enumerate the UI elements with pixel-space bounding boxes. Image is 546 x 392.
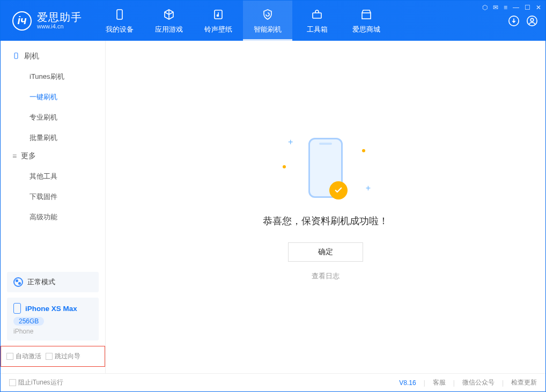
main-panel: + + 恭喜您，保资料刷机成功啦！ 确定 查看日志 (106, 41, 545, 373)
version-label: V8.16 (399, 379, 416, 387)
toolbox-icon (310, 8, 324, 21)
success-message: 恭喜您，保资料刷机成功啦！ (263, 215, 388, 227)
sidebar-section-more: ≡ 更多 (1, 148, 105, 166)
ok-button[interactable]: 确定 (288, 242, 363, 262)
checkbox-skip-wizard[interactable]: 跳过向导 (46, 352, 80, 361)
checkbox-block-itunes[interactable]: 阻止iTunes运行 (9, 378, 63, 387)
window-controls: ⬡ ✉ ≡ — ☐ ✕ (482, 4, 541, 11)
list-icon: ≡ (12, 152, 17, 160)
device-small-icon (12, 52, 20, 61)
tab-my-device[interactable]: 我的设备 (95, 1, 144, 41)
wechat-link[interactable]: 微信公众号 (462, 378, 495, 387)
device-capacity-badge: 256GB (13, 317, 44, 326)
logo-icon: iч (12, 11, 32, 31)
tab-ringtones-wallpapers[interactable]: 铃声壁纸 (194, 1, 243, 41)
cube-icon (162, 8, 176, 21)
view-log-link[interactable]: 查看日志 (312, 271, 340, 281)
device-name: iPhone XS Max (25, 305, 77, 313)
feedback-icon[interactable]: ✉ (493, 4, 498, 11)
sidebar-item-other-tools[interactable]: 其他工具 (1, 166, 105, 187)
close-button[interactable]: ✕ (536, 4, 541, 11)
sidebar-section-flash: 刷机 (1, 48, 105, 66)
tab-store[interactable]: 爱思商城 (342, 1, 391, 41)
maximize-button[interactable]: ☐ (525, 4, 530, 11)
logo: iч 爱思助手 www.i4.cn (1, 1, 92, 41)
tab-smart-flash[interactable]: 智能刷机 (243, 1, 292, 41)
sidebar-item-pro-flash[interactable]: 专业刷机 (1, 107, 105, 128)
header: iч 爱思助手 www.i4.cn 我的设备 应用游戏 铃声壁纸 智能刷机 (1, 1, 545, 41)
checkmark-icon (329, 181, 348, 199)
top-tabs: 我的设备 应用游戏 铃声壁纸 智能刷机 工具箱 爱思商城 (95, 1, 391, 41)
store-icon (359, 8, 373, 21)
menu-icon[interactable]: ≡ (504, 4, 507, 11)
body: 刷机 iTunes刷机 一键刷机 专业刷机 批量刷机 ≡ 更多 其他工具 下载固… (1, 41, 545, 373)
mode-card[interactable]: 正常模式 (7, 272, 99, 292)
sidebar-item-advanced[interactable]: 高级功能 (1, 207, 105, 227)
feature-icon[interactable]: ⬡ (482, 4, 488, 11)
sidebar-item-download-firmware[interactable]: 下载固件 (1, 187, 105, 207)
tab-apps-games[interactable]: 应用游戏 (144, 1, 194, 41)
svg-point-2 (217, 14, 219, 16)
tab-toolbox[interactable]: 工具箱 (292, 1, 342, 41)
sidebar-item-one-key-flash[interactable]: 一键刷机 (1, 87, 105, 107)
app-title: 爱思助手 (37, 11, 82, 23)
sidebar-item-itunes-flash[interactable]: iTunes刷机 (1, 66, 105, 87)
download-icon[interactable] (508, 15, 520, 27)
mode-label: 正常模式 (27, 277, 55, 287)
success-illustration: + + (272, 133, 379, 203)
phone-small-icon (13, 303, 21, 314)
check-update-link[interactable]: 检查更新 (511, 378, 537, 387)
music-icon (211, 8, 225, 21)
sidebar: 刷机 iTunes刷机 一键刷机 专业刷机 批量刷机 ≡ 更多 其他工具 下载固… (1, 41, 106, 373)
footer: 阻止iTunes运行 V8.16 | 客服 | 微信公众号 | 检查更新 (1, 373, 545, 391)
device-card[interactable]: iPhone XS Max 256GB iPhone (7, 298, 99, 341)
svg-rect-4 (362, 13, 371, 19)
device-type: iPhone (13, 328, 33, 335)
user-icon[interactable] (526, 15, 538, 27)
sidebar-item-batch-flash[interactable]: 批量刷机 (1, 128, 105, 148)
app-subtext: www.i4.cn (37, 23, 82, 29)
bottom-options-highlight: 自动激活 跳过向导 (1, 346, 105, 367)
support-link[interactable]: 客服 (433, 378, 446, 387)
phone-icon (113, 8, 127, 21)
svg-rect-0 (117, 10, 122, 19)
app-window: ⬡ ✉ ≡ — ☐ ✕ iч 爱思助手 www.i4.cn 我的设备 应用游戏 (0, 0, 546, 392)
svg-point-7 (530, 18, 534, 21)
shield-refresh-icon (261, 8, 275, 21)
mode-icon (13, 277, 23, 287)
checkbox-auto-activate[interactable]: 自动激活 (6, 352, 41, 361)
minimize-button[interactable]: — (513, 4, 519, 11)
svg-rect-3 (313, 13, 321, 18)
svg-rect-8 (14, 53, 18, 58)
svg-point-6 (527, 16, 537, 25)
